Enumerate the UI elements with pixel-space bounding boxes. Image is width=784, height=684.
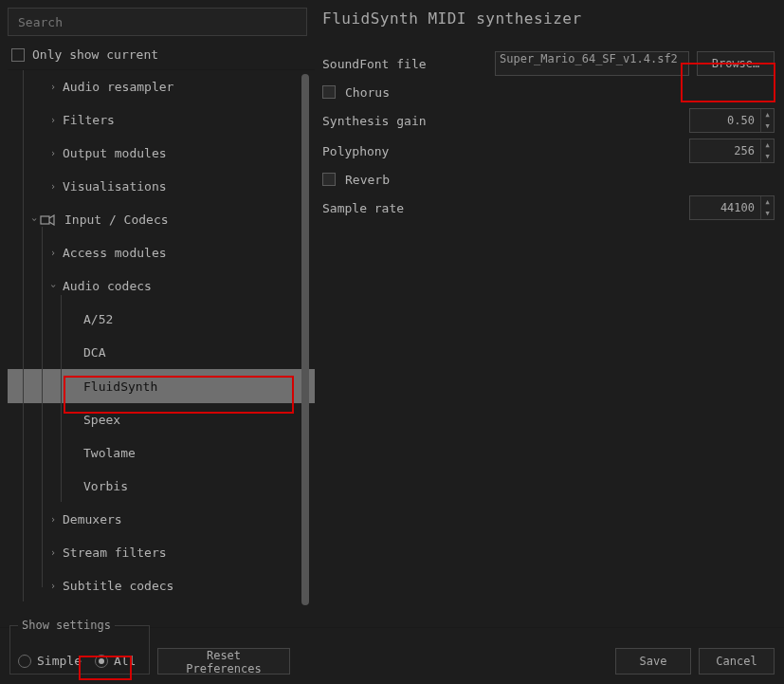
tree-item-vorbis[interactable]: Vorbis bbox=[8, 470, 315, 503]
tree-scrollbar[interactable] bbox=[301, 74, 309, 605]
show-settings-legend: Show settings bbox=[18, 619, 115, 632]
only-show-current-checkbox[interactable]: Only show current bbox=[8, 36, 315, 69]
chevron-down-icon: › bbox=[29, 214, 40, 226]
tree-item-access-modules[interactable]: › Access modules bbox=[8, 236, 315, 269]
chevron-right-icon: › bbox=[47, 581, 59, 591]
save-button[interactable]: Save bbox=[615, 648, 691, 675]
chevron-right-icon: › bbox=[47, 115, 59, 125]
spin-down-icon[interactable]: ▼ bbox=[761, 151, 774, 162]
soundfont-input[interactable]: Super_Mario_64_SF_v1.4.sf2 bbox=[495, 51, 689, 76]
sample-rate-input[interactable]: 44100 ▲▼ bbox=[689, 195, 775, 220]
checkbox-icon bbox=[11, 48, 25, 62]
svg-rect-0 bbox=[41, 216, 49, 224]
chevron-right-icon: › bbox=[47, 514, 59, 525]
checkbox-icon bbox=[322, 173, 336, 186]
spin-down-icon[interactable]: ▼ bbox=[761, 120, 774, 132]
chorus-checkbox[interactable]: Chorus bbox=[322, 79, 775, 105]
tree-item-visualisations[interactable]: › Visualisations bbox=[8, 170, 315, 203]
soundfont-label: SoundFont file bbox=[322, 57, 495, 71]
reverb-checkbox[interactable]: Reverb bbox=[322, 166, 775, 193]
tree-item-a52[interactable]: A/52 bbox=[8, 303, 315, 336]
tree-item-speex[interactable]: Speex bbox=[8, 403, 315, 436]
tree-item-audio-resampler[interactable]: › Audio resampler bbox=[8, 70, 315, 103]
reset-preferences-button[interactable]: Reset Preferences bbox=[157, 648, 290, 675]
codec-icon bbox=[40, 213, 55, 227]
cancel-button[interactable]: Cancel bbox=[699, 648, 775, 675]
spin-down-icon[interactable]: ▼ bbox=[761, 208, 774, 219]
tree-item-stream-filters[interactable]: › Stream filters bbox=[8, 536, 315, 569]
spin-up-icon[interactable]: ▲ bbox=[761, 196, 774, 208]
synthesis-gain-input[interactable]: 0.50 ▲▼ bbox=[689, 108, 775, 133]
page-title: FluidSynth MIDI synthesizer bbox=[322, 4, 775, 48]
tree-item-twolame[interactable]: Twolame bbox=[8, 436, 315, 470]
chevron-right-icon: › bbox=[47, 82, 59, 92]
radio-simple[interactable]: Simple bbox=[18, 654, 82, 668]
chevron-right-icon: › bbox=[47, 547, 59, 558]
tree-item-subtitle-codecs[interactable]: › Subtitle codecs bbox=[8, 569, 315, 602]
radio-icon bbox=[18, 655, 31, 668]
show-settings-group: Show settings Simple All bbox=[9, 625, 150, 675]
tree-item-input-codecs[interactable]: › Input / Codecs bbox=[8, 203, 315, 236]
chevron-down-icon: › bbox=[48, 281, 59, 292]
polyphony-input[interactable]: 256 ▲▼ bbox=[689, 139, 775, 163]
chevron-right-icon: › bbox=[47, 181, 59, 192]
spin-up-icon[interactable]: ▲ bbox=[761, 109, 774, 120]
only-show-current-label: Only show current bbox=[32, 47, 158, 62]
chevron-right-icon: › bbox=[47, 148, 59, 158]
tree-item-demuxers[interactable]: › Demuxers bbox=[8, 503, 315, 536]
browse-button[interactable]: Browse… bbox=[697, 51, 775, 76]
tree-item-dca[interactable]: DCA bbox=[8, 336, 315, 369]
chorus-label: Chorus bbox=[345, 85, 390, 100]
radio-all[interactable]: All bbox=[95, 654, 136, 668]
polyphony-label: Polyphony bbox=[322, 144, 495, 158]
reverb-label: Reverb bbox=[345, 173, 390, 187]
sample-rate-label: Sample rate bbox=[322, 201, 495, 215]
tree-item-audio-codecs[interactable]: › Audio codecs bbox=[8, 269, 315, 303]
chevron-right-icon: › bbox=[47, 248, 59, 258]
spin-up-icon[interactable]: ▲ bbox=[761, 139, 774, 151]
checkbox-icon bbox=[322, 85, 336, 99]
settings-tree[interactable]: › Audio resampler › Filters › Output mod… bbox=[8, 70, 315, 627]
search-input[interactable] bbox=[8, 8, 307, 36]
tree-item-fluidsynth[interactable]: FluidSynth bbox=[8, 369, 315, 403]
radio-icon bbox=[95, 655, 108, 668]
synthesis-gain-label: Synthesis gain bbox=[322, 114, 495, 128]
tree-item-output-modules[interactable]: › Output modules bbox=[8, 137, 315, 170]
tree-item-filters[interactable]: › Filters bbox=[8, 103, 315, 137]
